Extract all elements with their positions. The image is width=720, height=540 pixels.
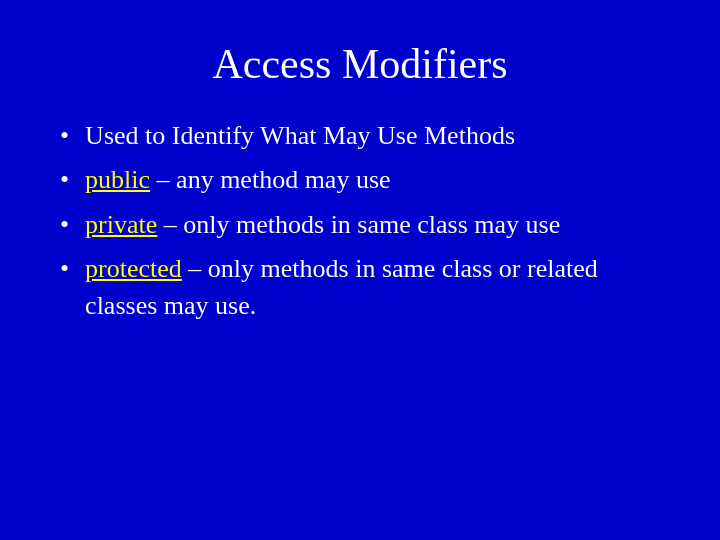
keyword-private: private (85, 210, 157, 239)
bullet-dot: • (60, 118, 69, 154)
bullet-dot: • (60, 251, 69, 287)
list-item: • Used to Identify What May Use Methods (60, 118, 660, 154)
bullet-suffix-text: – any method may use (150, 165, 390, 194)
bullet-plain-text: Used to Identify What May Use Methods (85, 121, 515, 150)
bullet-dot: • (60, 207, 69, 243)
slide-title: Access Modifiers (60, 40, 660, 88)
bullet-list: • Used to Identify What May Use Methods … (60, 118, 660, 324)
list-item: • protected – only methods in same class… (60, 251, 660, 324)
list-item: • public – any method may use (60, 162, 660, 198)
bullet-text: Used to Identify What May Use Methods (85, 118, 660, 154)
keyword-public: public (85, 165, 150, 194)
list-item: • private – only methods in same class m… (60, 207, 660, 243)
bullet-dot: • (60, 162, 69, 198)
bullet-text: public – any method may use (85, 162, 660, 198)
bullet-text: private – only methods in same class may… (85, 207, 660, 243)
bullet-suffix-text: – only methods in same class may use (157, 210, 560, 239)
keyword-protected: protected (85, 254, 182, 283)
bullet-text: protected – only methods in same class o… (85, 251, 660, 324)
slide: Access Modifiers • Used to Identify What… (0, 0, 720, 540)
